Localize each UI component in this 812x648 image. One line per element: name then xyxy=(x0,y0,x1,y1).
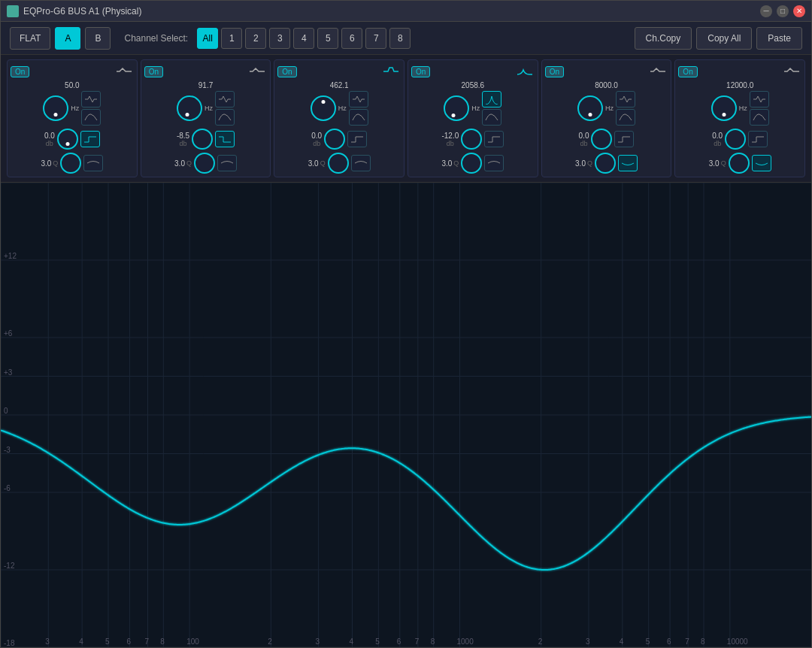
band-5-filter-btn-2[interactable] xyxy=(616,109,635,126)
channel-6-button[interactable]: 6 xyxy=(341,28,362,49)
band-6-freq-knob[interactable] xyxy=(711,95,737,121)
band-1-db-shape-btn[interactable] xyxy=(80,131,100,147)
close-button[interactable]: ✕ xyxy=(793,5,805,17)
main-window: EQPro-G6 BUS A1 (Physical) ─ □ ✕ FLAT A … xyxy=(0,0,812,648)
band-1-filter-icon[interactable] xyxy=(114,63,134,80)
band-1: On 50.0 Hz xyxy=(7,59,138,177)
paste-button[interactable]: Paste xyxy=(756,27,802,50)
band-2-filter-icon[interactable] xyxy=(247,63,267,80)
band-6-db-shape-btn[interactable] xyxy=(748,131,768,147)
channel-7-button[interactable]: 7 xyxy=(365,28,386,49)
minimize-button[interactable]: ─ xyxy=(760,5,772,17)
band-5-on-button[interactable]: On xyxy=(545,66,564,77)
preset-b-button[interactable]: B xyxy=(85,27,111,50)
band-6-filter-icon[interactable] xyxy=(782,63,801,80)
band-6-q-knob[interactable] xyxy=(729,153,750,174)
band-1-on-button[interactable]: On xyxy=(11,66,29,77)
band-5-q-value: 3.0 xyxy=(575,159,586,168)
band-1-filter-btn-2[interactable] xyxy=(81,109,101,126)
band-3-db-value: 0.0 xyxy=(311,132,322,140)
channel-3-button[interactable]: 3 xyxy=(269,28,290,49)
band-1-q-knob[interactable] xyxy=(60,153,81,174)
app-icon xyxy=(7,5,19,17)
toolbar: FLAT A B Channel Select: All 1 2 3 4 5 6… xyxy=(1,22,811,55)
band-3-filter-btn-2[interactable] xyxy=(349,109,368,126)
channel-buttons: All 1 2 3 4 5 6 7 8 xyxy=(197,28,411,49)
title-bar: EQPro-G6 BUS A1 (Physical) ─ □ ✕ xyxy=(1,1,811,22)
band-6-db-knob[interactable] xyxy=(725,129,746,150)
band-5-freq: 8000.0 xyxy=(595,81,618,89)
eq-display xyxy=(1,183,811,647)
maximize-button[interactable]: □ xyxy=(777,5,789,17)
band-3-filter-icon[interactable] xyxy=(381,63,401,80)
band-1-filter-btn-1[interactable] xyxy=(81,91,101,107)
band-4-filter-btn-1[interactable] xyxy=(482,91,501,107)
band-4-db-knob[interactable] xyxy=(461,129,482,150)
band-5: On 8000.0 Hz xyxy=(541,59,672,177)
action-buttons: Ch.Copy Copy All Paste xyxy=(635,27,802,50)
band-5-filter-icon[interactable] xyxy=(648,63,668,80)
band-5-q-knob[interactable] xyxy=(595,153,616,174)
copy-all-button[interactable]: Copy All xyxy=(696,27,752,50)
preset-a-button[interactable]: A xyxy=(55,27,80,50)
band-4-q-value: 3.0 xyxy=(441,159,452,168)
eq-canvas[interactable] xyxy=(1,183,811,647)
band-4-q-shape-btn[interactable] xyxy=(484,155,504,171)
band-4-db-shape-btn[interactable] xyxy=(484,131,504,147)
band-4-filter-icon[interactable] xyxy=(515,63,535,80)
eq-bands-panel: On 50.0 Hz xyxy=(1,55,811,183)
band-3-q-shape-btn[interactable] xyxy=(351,155,371,171)
band-5-db-knob[interactable] xyxy=(591,129,612,150)
band-6-filter-btn-2[interactable] xyxy=(750,109,769,126)
band-3-freq-knob[interactable] xyxy=(311,95,336,121)
band-4-filter-btn-2[interactable] xyxy=(482,109,501,126)
flat-button[interactable]: FLAT xyxy=(10,27,50,50)
band-4-freq: 2058.6 xyxy=(462,81,485,89)
band-3-filter-btn-1[interactable] xyxy=(349,91,368,107)
band-2-db-shape-btn[interactable] xyxy=(215,131,235,147)
channel-select-label: Channel Select: xyxy=(124,33,188,44)
band-5-q-shape-btn[interactable] xyxy=(618,155,638,171)
band-2-filter-btn-1[interactable] xyxy=(215,91,235,107)
band-3: On 462.1 Hz xyxy=(274,59,404,177)
band-2-filter-btn-2[interactable] xyxy=(215,109,235,126)
band-2-db-knob[interactable] xyxy=(192,129,213,150)
band-4-on-button[interactable]: On xyxy=(411,66,430,77)
channel-8-button[interactable]: 8 xyxy=(389,28,411,49)
channel-all-button[interactable]: All xyxy=(197,28,218,49)
band-2-q-value: 3.0 xyxy=(174,159,185,168)
band-3-on-button[interactable]: On xyxy=(277,66,296,77)
channel-5-button[interactable]: 5 xyxy=(317,28,338,49)
band-4-freq-knob[interactable] xyxy=(444,95,469,121)
channel-4-button[interactable]: 4 xyxy=(293,28,314,49)
band-1-q-shape-btn[interactable] xyxy=(83,155,103,171)
band-2-q-knob[interactable] xyxy=(194,153,215,174)
band-5-filter-btn-1[interactable] xyxy=(616,91,635,107)
band-4-db-value: -12.0 xyxy=(441,132,459,140)
band-4-q-knob[interactable] xyxy=(461,153,482,174)
band-2-freq-knob[interactable] xyxy=(177,95,202,121)
band-6-filter-btn-1[interactable] xyxy=(750,91,769,107)
band-2-q-shape-btn[interactable] xyxy=(217,155,237,171)
band-3-q-knob[interactable] xyxy=(328,153,349,174)
band-1-db-knob[interactable] xyxy=(57,129,78,150)
band-1-q-value: 3.0 xyxy=(41,159,51,168)
band-3-q-value: 3.0 xyxy=(308,159,319,168)
band-3-freq: 462.1 xyxy=(330,81,349,89)
band-5-freq-knob[interactable] xyxy=(577,95,603,121)
channel-2-button[interactable]: 2 xyxy=(245,28,266,49)
band-5-db-shape-btn[interactable] xyxy=(614,131,634,147)
band-1-db-value: 0.0 xyxy=(44,132,55,140)
band-1-freq-knob[interactable] xyxy=(43,95,68,121)
window-title: EQPro-G6 BUS A1 (Physical) xyxy=(23,6,760,17)
band-2-db-value: -8.5 xyxy=(177,132,189,140)
band-6-on-button[interactable]: On xyxy=(678,66,697,77)
band-6-q-shape-btn[interactable] xyxy=(752,155,771,171)
channel-1-button[interactable]: 1 xyxy=(221,28,242,49)
band-3-db-shape-btn[interactable] xyxy=(347,131,367,147)
band-2-on-button[interactable]: On xyxy=(144,66,163,77)
band-2-freq: 91.7 xyxy=(198,81,213,89)
band-3-db-knob[interactable] xyxy=(324,129,345,150)
ch-copy-button[interactable]: Ch.Copy xyxy=(635,27,692,50)
band-4: On 2058.6 Hz xyxy=(408,59,538,177)
